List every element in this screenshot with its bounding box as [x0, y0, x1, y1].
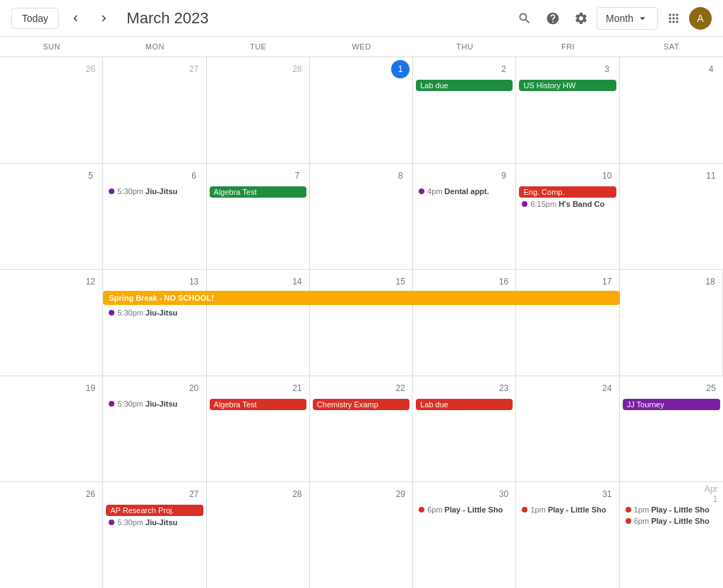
- event-dot-indicator: [522, 507, 527, 512]
- day-number[interactable]: 2: [494, 60, 513, 78]
- events-container: 5:30pm Jiu-Jitsu: [106, 308, 203, 318]
- calendar-event-dot[interactable]: 5:30pm Jiu-Jitsu: [106, 517, 203, 527]
- day-number[interactable]: 14: [288, 272, 306, 291]
- day-cell-6: 65:30pm Jiu-Jitsu: [103, 164, 206, 270]
- calendar-event[interactable]: Algebra Test: [210, 186, 306, 198]
- day-header-tue: TUE: [207, 37, 310, 56]
- today-button[interactable]: Today: [11, 8, 59, 29]
- day-number[interactable]: 22: [391, 379, 410, 397]
- day-number[interactable]: 28: [288, 60, 306, 78]
- event-dot-label: 5:30pm Jiu-Jitsu: [117, 187, 177, 196]
- day-cell-17: 17: [516, 270, 619, 376]
- day-number[interactable]: 10: [598, 167, 616, 185]
- avatar[interactable]: A: [689, 7, 712, 30]
- day-number[interactable]: 20: [185, 379, 203, 397]
- day-number[interactable]: 27: [185, 60, 203, 78]
- day-number[interactable]: 3: [598, 60, 616, 78]
- day-number[interactable]: 23: [494, 379, 513, 397]
- day-cell-25: 25JJ Tourney: [620, 376, 723, 482]
- day-number[interactable]: 6: [185, 167, 203, 185]
- day-number[interactable]: 5: [81, 167, 100, 185]
- help-button[interactable]: [540, 6, 566, 31]
- day-number[interactable]: 25: [702, 379, 720, 397]
- week-row-2: 12135:30pm Jiu-Jitsu1415161718Spring Bre…: [0, 270, 723, 376]
- calendar-event-dot[interactable]: 5:30pm Jiu-Jitsu: [106, 308, 203, 318]
- day-number[interactable]: 15: [391, 272, 410, 291]
- day-cell-14: 14: [207, 270, 310, 376]
- day-number[interactable]: 1: [391, 60, 410, 78]
- calendar-event-dot[interactable]: 1pm Play - Little Sho: [623, 505, 720, 515]
- calendar-event[interactable]: Lab due: [416, 80, 513, 91]
- day-number[interactable]: 28: [288, 485, 306, 503]
- day-cell-28: 28: [207, 482, 310, 588]
- calendar-event[interactable]: AP Research Proj.: [106, 505, 203, 516]
- events-container: AP Research Proj.5:30pm Jiu-Jitsu: [106, 505, 203, 527]
- calendar-event[interactable]: Algebra Test: [210, 399, 306, 410]
- week-row-3: 19205:30pm Jiu-Jitsu21Algebra Test22Chem…: [0, 376, 723, 483]
- day-number[interactable]: 30: [494, 485, 513, 503]
- calendar-event[interactable]: Chemistry Examp: [313, 399, 410, 410]
- calendar-event[interactable]: Lab due: [416, 399, 513, 410]
- day-number[interactable]: 31: [598, 485, 616, 503]
- day-cell-19: 19: [0, 376, 103, 482]
- calendar-event-dot[interactable]: 6pm Play - Little Sho: [623, 516, 720, 526]
- day-number[interactable]: 27: [185, 485, 203, 503]
- day-cell-22: 22Chemistry Examp: [310, 376, 413, 482]
- calendar-event-dot[interactable]: 5:30pm Jiu-Jitsu: [106, 186, 203, 196]
- day-number[interactable]: 26: [81, 60, 100, 78]
- event-dot-indicator: [626, 507, 631, 512]
- day-cell-9: 94pm Dental appt.: [413, 164, 516, 270]
- day-number[interactable]: 21: [288, 379, 306, 397]
- day-cell-10: 10Eng. Comp.6:15pm H's Band Co: [516, 164, 619, 270]
- day-number[interactable]: 13: [185, 272, 203, 291]
- week-row-4: 2627AP Research Proj.5:30pm Jiu-Jitsu282…: [0, 482, 723, 588]
- events-container: JJ Tourney: [623, 399, 720, 410]
- calendar-event-dot[interactable]: 5:30pm Jiu-Jitsu: [106, 399, 203, 409]
- day-cell-16: 16: [413, 270, 516, 376]
- day-number[interactable]: 16: [494, 272, 513, 291]
- day-cell-15: 15: [310, 270, 413, 376]
- day-cell-5: 5: [0, 164, 103, 270]
- event-dot-label: 6:15pm H's Band Co: [530, 200, 604, 208]
- day-number[interactable]: 4: [702, 60, 720, 78]
- event-dot-label: 6pm Play - Little Sho: [427, 505, 503, 514]
- day-cell-28: 28: [207, 57, 310, 163]
- calendar-event[interactable]: JJ Tourney: [623, 399, 720, 410]
- day-number[interactable]: 19: [81, 379, 100, 397]
- event-dot-indicator: [626, 518, 631, 524]
- day-number[interactable]: 29: [391, 485, 410, 503]
- day-number[interactable]: 8: [391, 167, 410, 185]
- calendar-event-dot[interactable]: 1pm Play - Little Sho: [519, 505, 616, 515]
- month-title: March 2023: [126, 9, 506, 28]
- search-button[interactable]: [512, 6, 537, 31]
- day-header-sun: SUN: [0, 37, 103, 56]
- day-cell-27: 27: [103, 57, 206, 163]
- events-container: Eng. Comp.6:15pm H's Band Co: [519, 186, 616, 209]
- day-number[interactable]: 18: [701, 272, 719, 291]
- day-number[interactable]: 9: [494, 167, 513, 185]
- next-button[interactable]: [92, 7, 115, 30]
- calendar-event-dot[interactable]: 6:15pm H's Band Co: [519, 199, 616, 209]
- day-number[interactable]: 11: [702, 167, 720, 185]
- day-number[interactable]: Apr 1: [702, 485, 720, 503]
- day-number[interactable]: 7: [288, 167, 306, 185]
- spring-break-event[interactable]: Spring Break - NO SCHOOL!: [103, 291, 619, 305]
- day-header-thu: THU: [413, 37, 516, 56]
- view-selector[interactable]: Month: [597, 7, 658, 30]
- calendar-event-dot[interactable]: 4pm Dental appt.: [416, 186, 513, 196]
- events-container: Algebra Test: [210, 399, 306, 410]
- events-container: 5:30pm Jiu-Jitsu: [106, 399, 203, 409]
- day-cell-30: 306pm Play - Little Sho: [413, 482, 516, 588]
- prev-button[interactable]: [64, 7, 87, 30]
- calendar-event-dot[interactable]: 6pm Play - Little Sho: [416, 505, 513, 515]
- day-cell-27: 27AP Research Proj.5:30pm Jiu-Jitsu: [103, 482, 206, 588]
- calendar-event[interactable]: US History HW: [519, 80, 616, 91]
- event-dot-label: 4pm Dental appt.: [427, 187, 489, 196]
- apps-button[interactable]: [661, 6, 686, 31]
- settings-button[interactable]: [568, 6, 594, 31]
- day-number[interactable]: 24: [598, 379, 616, 397]
- day-number[interactable]: 12: [81, 272, 100, 291]
- day-number[interactable]: 26: [81, 485, 100, 503]
- day-number[interactable]: 17: [598, 272, 616, 291]
- calendar-event[interactable]: Eng. Comp.: [519, 186, 616, 198]
